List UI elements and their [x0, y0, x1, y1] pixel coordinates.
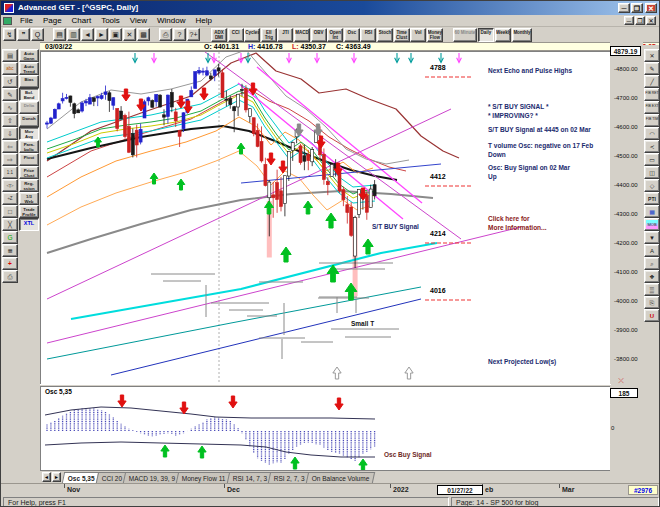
- new-chart-icon[interactable]: ▤: [53, 28, 66, 41]
- sidebar-study-mov[interactable]: MovAvg: [19, 127, 39, 140]
- study-button-cci[interactable]: CCI: [228, 28, 244, 42]
- pointer-close-icon[interactable]: ✕: [644, 49, 660, 62]
- paint-icon[interactable]: ▼: [644, 231, 660, 244]
- sidebar-study-auto[interactable]: AutoTrend: [19, 62, 39, 75]
- sidebar-study-bias[interactable]: Bias: [19, 75, 39, 88]
- sidebar-study-donch[interactable]: Donch: [19, 114, 39, 127]
- menu-window[interactable]: Window: [152, 15, 190, 26]
- tab-rsi-2-7-3[interactable]: RSI 2, 7, 3: [268, 472, 311, 483]
- period-monthly[interactable]: Monthly: [512, 28, 532, 42]
- clipboard-icon[interactable]: ▣: [109, 28, 122, 41]
- sidebar-study-price[interactable]: PriceClust: [19, 166, 39, 179]
- mob-icon[interactable]: MOB: [644, 218, 660, 231]
- tab-money-flow-11[interactable]: Money Flow 11: [176, 472, 232, 483]
- study-button-obv[interactable]: OBV: [311, 28, 327, 42]
- selected-date-box[interactable]: 01/27/22: [437, 485, 483, 495]
- grid-icon[interactable]: ▦: [644, 205, 660, 218]
- pencil-tool-icon[interactable]: ✎: [644, 62, 660, 75]
- page-forward-icon[interactable]: ►: [95, 28, 108, 41]
- fib-retracement-icon[interactable]: FIB RET: [644, 88, 660, 101]
- sidebar-study-trade[interactable]: TradeProfile: [19, 205, 39, 218]
- annotation-click-here-for[interactable]: Click here for: [488, 215, 530, 222]
- search-icon[interactable]: Q: [31, 28, 44, 41]
- period-daily[interactable]: Daily: [478, 28, 494, 42]
- study-button-osc[interactable]: Osc: [344, 28, 360, 42]
- sidebar-study-para[interactable]: Para-bolic: [19, 140, 39, 153]
- maximize-button[interactable]: ❐: [631, 3, 643, 13]
- notebook-icon[interactable]: ▥: [67, 28, 80, 41]
- lines-toggle-icon[interactable]: ╳: [2, 218, 18, 231]
- expand-icon[interactable]: ◁▷: [2, 179, 18, 192]
- text-tool-icon[interactable]: A: [644, 244, 660, 257]
- study-button-vol[interactable]: Vol: [410, 28, 426, 42]
- pitchfork-icon[interactable]: ≺: [644, 140, 660, 153]
- sidebar-study-reg[interactable]: Reg-ssion: [19, 179, 39, 192]
- tab-scroll-right[interactable]: ►: [52, 472, 61, 482]
- cycle-tool-icon[interactable]: ◫: [644, 166, 660, 179]
- print-icon[interactable]: ⎙: [159, 28, 172, 41]
- one-to-one-icon[interactable]: 1:1: [2, 166, 18, 179]
- color-palette-icon[interactable]: ❖: [644, 270, 660, 283]
- scroll-left-icon[interactable]: ⇦: [2, 140, 18, 153]
- scroll-right-icon[interactable]: ⇨: [2, 153, 18, 166]
- scroll-down-icon[interactable]: ⇩: [2, 127, 18, 140]
- box-zoom-icon[interactable]: □: [2, 205, 18, 218]
- zoom-tool-icon[interactable]: ⌕: [644, 257, 660, 270]
- tab-scroll-left[interactable]: ◄: [42, 472, 51, 482]
- child-restore-button[interactable]: ❐: [635, 16, 645, 25]
- tab-rsi-14-7-3[interactable]: RSI 14, 7, 3: [227, 472, 274, 483]
- study-button-money[interactable]: MoneyFlow: [427, 28, 443, 42]
- sidebar-study-xtl[interactable]: XTL: [19, 218, 39, 231]
- menu-page[interactable]: Page: [38, 15, 67, 26]
- study-button-rsi[interactable]: RSI: [360, 28, 376, 42]
- study-button-adx[interactable]: ADXDMI: [211, 28, 227, 42]
- study-button-ell[interactable]: EllTrig: [261, 28, 277, 42]
- connect-icon[interactable]: ↯: [3, 28, 16, 41]
- delete-icon[interactable]: ✕: [123, 28, 136, 41]
- menu-file[interactable]: File: [15, 15, 38, 26]
- study-button-stoch[interactable]: Stoch: [377, 28, 393, 42]
- study-button-jti[interactable]: JTI: [277, 28, 293, 42]
- study-edit-icon[interactable]: ✎: [2, 88, 18, 101]
- menu-chart[interactable]: Chart: [67, 15, 97, 26]
- quick-reset-icon[interactable]: ↺: [2, 75, 18, 88]
- annotation-more-information-[interactable]: More Information...: [488, 224, 547, 231]
- menu-view[interactable]: View: [125, 15, 152, 26]
- study-button-macd[interactable]: MACD: [294, 28, 310, 42]
- axis-settings-icon[interactable]: ⤫: [613, 376, 629, 386]
- menu-help[interactable]: Help: [190, 15, 216, 26]
- fib-extension-icon[interactable]: FIB EXT: [644, 101, 660, 114]
- sidebar-study-pivot[interactable]: Pivot: [19, 153, 39, 166]
- crosshair-icon[interactable]: +: [2, 257, 18, 270]
- trendline-tool-icon[interactable]: ╱: [644, 75, 660, 88]
- period-weekly[interactable]: Weekly: [495, 28, 511, 42]
- snap-grid-icon[interactable]: ▒: [644, 283, 660, 296]
- menu-tools[interactable]: Tools: [96, 15, 125, 26]
- osc-buy-signal-annotation[interactable]: Osc Buy Signal: [384, 451, 432, 458]
- quotes-icon[interactable]: ❞: [17, 28, 30, 41]
- time-segments-icon[interactable]: ≣: [2, 244, 18, 257]
- minimize-button[interactable]: ─: [618, 3, 630, 13]
- study-button-cycles[interactable]: Cycles: [244, 28, 260, 42]
- tab-on-balance-volume[interactable]: On Balance Volume: [306, 472, 376, 483]
- chart-folder-icon[interactable]: ▤: [2, 49, 18, 62]
- symbols-icon[interactable]: abc: [2, 62, 18, 75]
- elliott-waves-icon[interactable]: ∿: [2, 101, 18, 114]
- pti-icon[interactable]: PTI: [644, 192, 660, 205]
- diamond-tool-icon[interactable]: ◇: [644, 179, 660, 192]
- undo-icon[interactable]: U: [644, 309, 660, 322]
- child-minimize-button[interactable]: ─: [624, 16, 634, 25]
- study-button-open[interactable]: OpenInt: [327, 28, 343, 42]
- context-help-icon[interactable]: ?+: [187, 28, 200, 41]
- properties-icon[interactable]: ⎙: [2, 270, 18, 283]
- compress-icon[interactable]: ÷Z: [2, 192, 18, 205]
- gann-tools-icon[interactable]: G: [2, 231, 18, 244]
- study-button-time[interactable]: TimeClust: [394, 28, 410, 42]
- page-back-icon[interactable]: ◄: [81, 28, 94, 41]
- child-close-button[interactable]: ✕: [646, 16, 656, 25]
- sidebar-study-auto[interactable]: AutoGann: [19, 49, 39, 62]
- sidebar-study-13[interactable]: 1/3Web: [19, 192, 39, 205]
- copy-icon[interactable]: ⎘: [644, 296, 660, 309]
- help-icon[interactable]: ?: [173, 28, 186, 41]
- child-window-icon[interactable]: [3, 17, 12, 25]
